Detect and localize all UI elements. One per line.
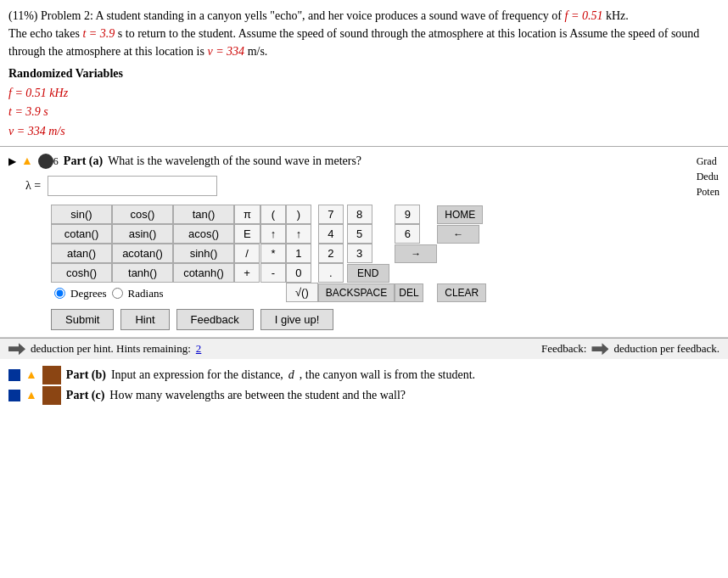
calc-row-2: cotan() asin() acos() E ↑ ↑ 4 5 6 ← <box>51 224 486 244</box>
part-c-brown-icon <box>42 386 61 405</box>
e-button[interactable]: E <box>234 224 260 244</box>
cotan-button[interactable]: cotan() <box>51 224 112 244</box>
grade-label: Grad <box>697 154 720 169</box>
problem-title: (11%) Problem 2: A student standing in a… <box>8 7 720 60</box>
acos-button[interactable]: acos() <box>173 224 234 244</box>
feedback-button[interactable]: Feedback <box>176 309 254 330</box>
icon-group: 6 <box>38 154 59 169</box>
num-6-button[interactable]: 6 <box>395 224 420 244</box>
lambda-label: λ = <box>25 179 41 193</box>
num-8-button[interactable]: 8 <box>347 205 372 224</box>
rand-vars-title: Randomized Variables <box>8 67 720 81</box>
warning-icon: ▲ <box>21 154 33 168</box>
calc-row-5: Degrees Radians √() BACKSPACE DEL CLEAR <box>51 283 486 302</box>
part-b-text-post: , the canyon wall is from the student. <box>300 368 475 382</box>
hints-remaining-link[interactable]: 2 <box>196 342 202 356</box>
end-button[interactable]: END <box>347 264 389 283</box>
clear-button[interactable]: CLEAR <box>437 283 486 302</box>
problem-section: (11%) Problem 2: A student standing in a… <box>0 0 728 147</box>
part-c-label: Part (c) <box>66 389 104 402</box>
problem-desc-mid: The echo takes <box>8 27 82 40</box>
part-a-header: ▶ ▲ 6 Part (a) What is the wavelength of… <box>8 154 720 169</box>
num-5-button[interactable]: 5 <box>347 224 372 244</box>
sinh-button[interactable]: sinh() <box>173 244 234 263</box>
degrees-radio[interactable] <box>54 288 65 299</box>
radians-label: Radians <box>128 287 164 300</box>
grade-box: Grad Dedu Poten <box>697 154 720 199</box>
sin-button[interactable]: sin() <box>51 205 112 224</box>
feedback-deduction-text: deduction per feedback. <box>613 342 720 356</box>
lambda-input[interactable] <box>48 176 217 196</box>
calc-row-1: sin() cos() tan() π ( ) 7 8 9 HOME <box>51 205 486 224</box>
poten-label: Poten <box>697 184 720 199</box>
v-line: v = 334 m/s <box>8 122 720 141</box>
num-0-button[interactable]: 0 <box>286 263 311 283</box>
degrees-label: Degrees <box>70 287 107 300</box>
pi-button[interactable]: π <box>234 205 260 224</box>
backspace-button[interactable]: BACKSPACE <box>318 283 395 302</box>
home-button[interactable]: HOME <box>437 205 483 224</box>
lambda-row: λ = <box>25 176 720 196</box>
asin-button[interactable]: asin() <box>112 224 173 244</box>
blue-sq-1 <box>8 369 20 381</box>
part-c-text: How many wavelengths are between the stu… <box>109 389 406 402</box>
num-1-button[interactable]: 1 <box>286 244 311 263</box>
minus-button[interactable]: - <box>260 263 286 283</box>
feedback-info-row: Feedback: deduction per feedback. <box>541 342 720 356</box>
f-unit: kHz. <box>602 9 628 22</box>
radians-radio[interactable] <box>112 288 123 299</box>
num-2-button[interactable]: 2 <box>318 244 344 263</box>
blue-sq-2 <box>8 390 20 401</box>
right-arrow-button[interactable]: → <box>395 244 437 263</box>
calc-row-4: cosh() tanh() cotanh() + - 0 . END <box>51 263 486 283</box>
decimal-button[interactable]: . <box>318 263 344 283</box>
num-9-button[interactable]: 9 <box>395 205 420 224</box>
action-buttons-row: Submit Hint Feedback I give up! <box>51 309 720 330</box>
part-c-warning-icon: ▲ <box>25 389 37 402</box>
problem-desc-pre: A student standing in a canyon yells "ec… <box>96 9 565 22</box>
calc-table: sin() cos() tan() π ( ) 7 8 9 HOME cotan… <box>51 205 486 302</box>
give-up-button[interactable]: I give up! <box>260 309 334 330</box>
del-button[interactable]: DEL <box>395 283 423 302</box>
open-paren-button[interactable]: ( <box>260 205 286 224</box>
cotanh-button[interactable]: cotanh() <box>173 263 234 283</box>
feedback-label: Feedback: <box>541 342 586 356</box>
hint-arrow-icon <box>8 343 25 355</box>
problem-label: (11%) Problem 2: <box>8 9 93 22</box>
multiply-button[interactable]: * <box>260 244 286 263</box>
submit-button[interactable]: Submit <box>51 309 114 330</box>
num-7-button[interactable]: 7 <box>318 205 344 224</box>
num-3-button[interactable]: 3 <box>347 244 372 263</box>
t-value: t = 3.9 <box>82 27 115 40</box>
hint-button[interactable]: Hint <box>120 309 169 330</box>
close-paren-button[interactable]: ) <box>286 205 311 224</box>
cos-button[interactable]: cos() <box>112 205 173 224</box>
cosh-button[interactable]: cosh() <box>51 263 112 283</box>
up-arrow1-button[interactable]: ↑ <box>260 224 286 244</box>
tanh-button[interactable]: tanh() <box>112 263 173 283</box>
black-circle-icon <box>38 154 53 169</box>
part-a-question: What is the wavelength of the sound wave… <box>108 154 361 168</box>
atan-button[interactable]: atan() <box>51 244 112 263</box>
left-arrow-button[interactable]: ← <box>437 225 479 244</box>
rand-vars-section: Randomized Variables f = 0.51 kHz t = 3.… <box>8 67 720 141</box>
play-icon[interactable]: ▶ <box>8 155 16 168</box>
f-value: f = 0.51 <box>565 9 603 22</box>
plus-button[interactable]: + <box>234 263 260 283</box>
part-a-label: Part (a) <box>64 154 103 168</box>
sqrt-button[interactable]: √() <box>286 283 318 302</box>
up-arrow2-button[interactable]: ↑ <box>286 224 311 244</box>
tan-button[interactable]: tan() <box>173 205 234 224</box>
hints-row: deduction per hint. Hints remaining: 2 F… <box>0 338 728 359</box>
f-line: f = 0.51 kHz <box>8 84 720 103</box>
part-a-section: Grad Dedu Poten ▶ ▲ 6 Part (a) What is t… <box>0 147 728 338</box>
acotan-button[interactable]: acotan() <box>112 244 173 263</box>
hints-deduction-text: deduction per hint. Hints remaining: <box>31 342 191 356</box>
num-4-button[interactable]: 4 <box>318 224 344 244</box>
bottom-parts-section: ▲ Part (b) Input an expression for the d… <box>0 359 728 413</box>
calculator-area: sin() cos() tan() π ( ) 7 8 9 HOME cotan… <box>51 205 720 302</box>
part-b-d-var: d <box>288 368 294 382</box>
part-b-warning-icon: ▲ <box>25 368 37 382</box>
divide-button[interactable]: / <box>234 244 260 263</box>
part-b-label: Part (b) <box>66 368 106 382</box>
